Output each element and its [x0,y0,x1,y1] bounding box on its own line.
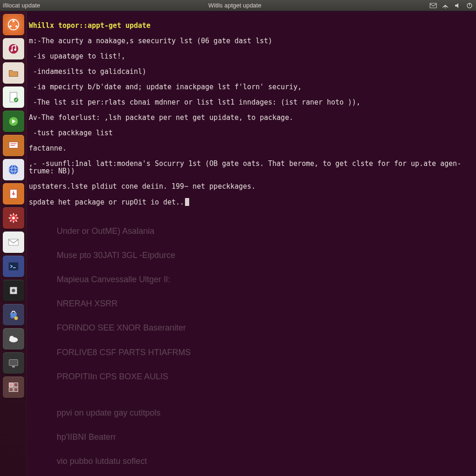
files-icon[interactable] [3,62,24,84]
top-panel: ifilocat update Witlls aptget update [0,0,476,11]
svg-rect-33 [9,388,13,391]
svg-point-21 [12,217,15,219]
sound-icon[interactable] [454,2,461,9]
svg-point-4 [12,20,14,22]
terminal-line: -ia mpecirty b/b'date and; update inackp… [29,83,302,91]
terminal-line: -is upaatage to list!, [29,52,126,60]
terminal-icon[interactable] [3,256,24,277]
terminal-prompt: Whillx topor::appt-get update [29,21,151,30]
indicator-area [430,2,473,9]
terminal-line: -indamesilts to galidcainl) [29,67,146,76]
app-icon[interactable] [3,280,24,301]
media-icon[interactable] [3,111,24,132]
mail-icon[interactable] [430,2,437,9]
svg-point-25 [12,289,15,292]
power-icon[interactable] [466,2,473,9]
svg-rect-31 [9,383,13,387]
svg-rect-29 [9,360,18,366]
terminal-line: -The lst sit per:rlats cbnai mdnner or l… [29,98,360,106]
svg-point-8 [10,49,13,52]
slides-icon[interactable] [3,135,24,156]
dash-icon[interactable] [3,14,24,35]
network-icon[interactable] [442,2,449,9]
svg-point-5 [9,25,12,27]
store-icon[interactable] [3,304,24,325]
svg-rect-15 [10,145,14,146]
svg-point-16 [8,165,18,175]
panel-left-label: ifilocat update [3,2,40,9]
settings-icon[interactable] [3,207,24,229]
launcher [0,11,27,476]
terminal-line: spdate het package or rupOit io det.. [29,198,184,206]
svg-rect-32 [13,383,17,387]
monitor-icon[interactable] [3,352,24,374]
svg-point-28 [9,336,13,340]
terminal-line: ,- -suunfl:1nal latt:modena's Socurry 1s… [29,159,461,176]
workspace-icon[interactable] [3,377,24,398]
cursor [185,198,189,206]
svg-rect-30 [12,366,15,368]
svg-point-9 [14,49,16,51]
svg-point-6 [15,25,18,27]
terminal-line: Av-The folerlust: ,lsh packate per net g… [29,113,293,122]
svg-rect-14 [10,143,16,144]
browser-icon[interactable] [3,159,24,180]
svg-point-26 [14,317,18,320]
svg-point-1 [445,7,446,8]
background-text: Under or OutME) Asalania Muse pto 30JATI… [29,213,474,476]
svg-rect-34 [13,388,17,391]
terminal-line: factanne. [29,144,66,152]
terminal-line: m:-The acurty a noakage,s seecurity lst … [29,37,272,45]
terminal-line: upstaters.lste pldiut cone deiin. 199~ n… [29,182,256,191]
svg-rect-23 [8,263,18,271]
document-icon[interactable] [3,86,24,108]
terminal-window[interactable]: Whillx topor::appt-get update m:-The acu… [27,11,476,476]
weather-icon[interactable] [3,328,24,350]
terminal-line: -tust packkage list [29,129,113,137]
update-icon[interactable] [3,183,24,205]
window-title: Witlls aptget update [40,2,430,9]
mail-app-icon[interactable] [3,231,24,253]
music-icon[interactable] [3,38,24,60]
svg-rect-0 [430,3,436,8]
svg-rect-22 [8,239,18,245]
